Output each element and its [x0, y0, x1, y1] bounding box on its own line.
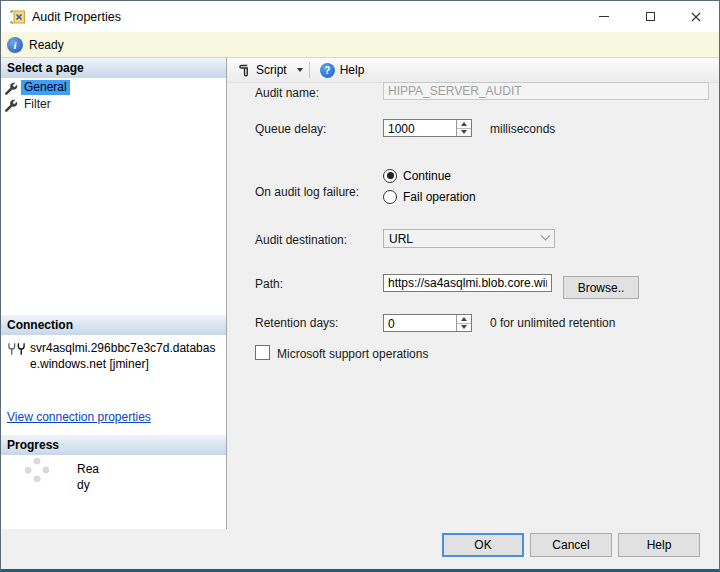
window-controls	[581, 1, 719, 32]
window-title: Audit Properties	[32, 10, 121, 24]
progress-header: Progress	[1, 435, 226, 455]
sidebar-item-filter[interactable]: Filter	[4, 96, 54, 113]
retention-days-value: 0	[388, 317, 395, 331]
script-button[interactable]: Script	[232, 61, 291, 80]
retention-days-label: Retention days:	[255, 316, 338, 330]
on-audit-log-failure-label: On audit log failure:	[255, 185, 359, 199]
retention-days-hint: 0 for unlimited retention	[490, 316, 615, 330]
audit-properties-window: Audit Properties i Ready Select a page G…	[0, 0, 720, 572]
close-icon	[691, 12, 701, 22]
info-icon: i	[7, 37, 23, 53]
footer-button-bar: OK Cancel Help	[1, 529, 719, 569]
radio-label: Fail operation	[403, 190, 476, 204]
radio-continue[interactable]: Continue	[383, 167, 451, 184]
title-bar: Audit Properties	[1, 1, 719, 32]
path-label: Path:	[255, 277, 283, 291]
radio-icon	[383, 190, 397, 204]
arrow-up-icon	[461, 122, 467, 126]
wrench-icon	[4, 81, 18, 95]
script-icon	[236, 63, 251, 78]
queue-delay-value: 1000	[388, 122, 415, 136]
radio-label: Continue	[403, 169, 451, 183]
audit-name-label: Audit name:	[255, 86, 319, 100]
spin-up-button[interactable]	[457, 315, 471, 324]
arrow-up-icon	[461, 317, 467, 321]
status-bar: i Ready	[1, 32, 719, 58]
path-input[interactable]	[383, 274, 552, 292]
maximize-button[interactable]	[627, 1, 673, 32]
audit-app-icon	[9, 9, 26, 25]
audit-destination-value: URL	[389, 232, 413, 246]
progress-status-text: Ready	[77, 462, 101, 493]
content-area: Select a page General Filter Connection	[1, 58, 719, 529]
radio-icon	[383, 169, 397, 183]
retention-days-stepper[interactable]: 0	[383, 314, 472, 332]
sidebar-item-label: Filter	[21, 97, 54, 112]
help-footer-button[interactable]: Help	[618, 533, 700, 557]
spin-buttons	[456, 120, 471, 136]
connection-server-name: svr4asqlmi.296bbc7e3c7d.database.windows…	[30, 341, 222, 372]
connection-header: Connection	[1, 315, 226, 335]
spin-up-button[interactable]	[457, 120, 471, 129]
spin-down-button[interactable]	[457, 129, 471, 137]
audit-destination-select[interactable]: URL	[383, 229, 555, 248]
radio-fail-operation[interactable]: Fail operation	[383, 188, 476, 205]
maximize-icon	[646, 12, 655, 21]
audit-name-input[interactable]	[383, 82, 709, 100]
progress-spinner-icon	[25, 458, 49, 482]
main-panel: Script ? Help Audit name: Queue delay: 1…	[227, 58, 719, 529]
server-connection-icon	[7, 342, 26, 359]
sidebar-item-general[interactable]: General	[4, 79, 70, 96]
help-label: Help	[340, 63, 365, 77]
microsoft-support-operations-checkbox[interactable]	[255, 345, 270, 360]
sidebar-item-label: General	[21, 80, 70, 95]
queue-delay-stepper[interactable]: 1000	[383, 119, 472, 137]
connection-info: svr4asqlmi.296bbc7e3c7d.database.windows…	[7, 341, 219, 372]
spin-buttons	[456, 315, 471, 331]
ok-button[interactable]: OK	[442, 533, 524, 557]
wrench-icon	[4, 98, 18, 112]
chevron-down-icon	[541, 231, 551, 241]
cancel-button[interactable]: Cancel	[530, 533, 612, 557]
chevron-down-icon[interactable]	[297, 68, 303, 72]
select-a-page-header: Select a page	[1, 58, 226, 78]
close-button[interactable]	[673, 1, 719, 32]
queue-delay-label: Queue delay:	[255, 122, 326, 136]
sidebar: Select a page General Filter Connection	[1, 58, 227, 529]
browse-button[interactable]: Browse..	[563, 276, 639, 299]
audit-destination-label: Audit destination:	[255, 233, 347, 247]
arrow-down-icon	[461, 325, 467, 329]
status-text: Ready	[29, 38, 64, 52]
minimize-button[interactable]	[581, 1, 627, 32]
help-button[interactable]: ? Help	[316, 61, 369, 80]
arrow-down-icon	[461, 130, 467, 134]
minimize-icon	[599, 16, 609, 17]
script-label: Script	[256, 63, 287, 77]
queue-delay-unit: milliseconds	[490, 122, 555, 136]
toolbar: Script ? Help	[227, 58, 719, 83]
microsoft-support-operations-label: Microsoft support operations	[277, 347, 428, 361]
help-icon: ?	[320, 63, 335, 78]
toolbar-separator	[309, 62, 310, 78]
view-connection-properties-link[interactable]: View connection properties	[7, 410, 151, 424]
spin-down-button[interactable]	[457, 324, 471, 332]
